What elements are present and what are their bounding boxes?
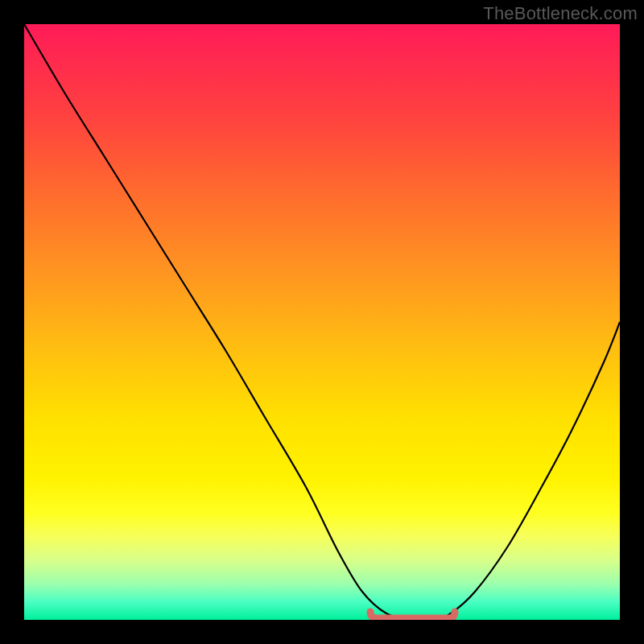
watermark-text: TheBottleneck.com	[483, 3, 638, 24]
plot-area	[24, 24, 620, 620]
valley-marker	[370, 612, 455, 618]
curve-svg	[24, 24, 620, 620]
bottleneck-curve	[24, 24, 620, 620]
chart-frame: TheBottleneck.com	[0, 0, 644, 644]
